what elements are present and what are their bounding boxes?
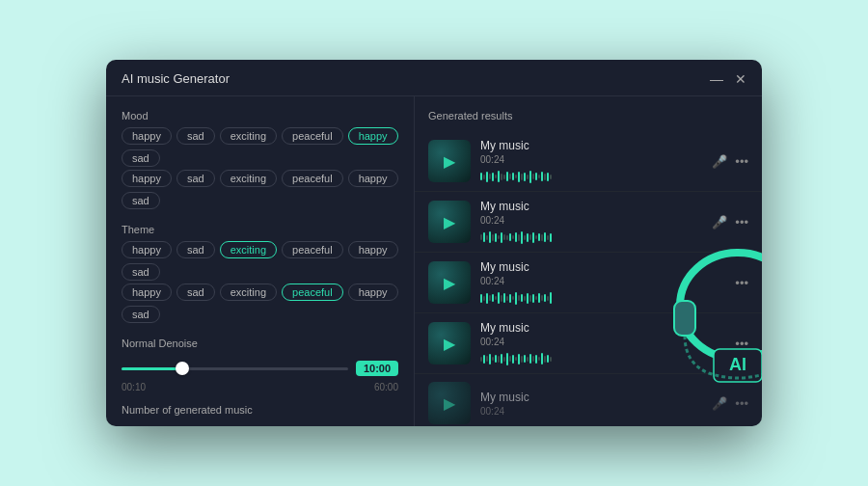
- title-bar: AI music Generator — ✕: [106, 60, 762, 96]
- denoise-min: 00:10: [122, 382, 146, 392]
- result-time-4: 00:24: [480, 337, 725, 347]
- theme-row-0: happy sad exciting peaceful happy sad: [122, 241, 398, 281]
- mood-tag-peaceful2[interactable]: peaceful: [282, 170, 343, 187]
- result-thumb-5[interactable]: ▶: [428, 382, 471, 424]
- denoise-range: 00:10 60:00: [122, 382, 398, 392]
- mood-tag-sad1[interactable]: sad: [176, 127, 215, 145]
- result-time-5: 00:24: [480, 406, 702, 417]
- thumb-bg-3: ▶: [428, 261, 471, 304]
- denoise-section: Normal Denoise 10:00 00:10 60:00: [122, 338, 398, 392]
- result-name-5: My music: [480, 391, 702, 404]
- denoise-label: Normal Denoise: [122, 338, 398, 349]
- result-actions-2: 🎤 •••: [712, 215, 748, 230]
- result-item-4: ▶ My music 00:24 •••: [415, 313, 762, 374]
- result-name-3: My music: [480, 260, 725, 274]
- denoise-slider[interactable]: [122, 359, 348, 378]
- mood-tag-exciting1[interactable]: exciting: [220, 127, 277, 145]
- mood-label: Mood: [122, 110, 398, 122]
- left-panel: Mood happy sad exciting peaceful happy s…: [106, 96, 415, 426]
- result-thumb-2[interactable]: ▶: [428, 201, 471, 243]
- dialog-title: AI music Generator: [122, 71, 230, 86]
- music-count-section: Number of generated music 10 1 50: [122, 404, 398, 426]
- theme-tag-exciting2[interactable]: exciting: [220, 284, 277, 301]
- waveform-1: [480, 170, 702, 183]
- result-time-1: 00:24: [480, 154, 702, 165]
- mood-section: Mood happy sad exciting peaceful happy s…: [122, 110, 398, 212]
- thumb-bg-4: ▶: [428, 322, 471, 364]
- result-name-2: My music: [480, 200, 702, 213]
- waveform-4: [480, 352, 725, 365]
- denoise-max: 60:00: [374, 382, 398, 392]
- theme-label: Theme: [122, 224, 398, 235]
- result-time-2: 00:24: [480, 215, 702, 226]
- mood-tag-sad3[interactable]: sad: [176, 170, 215, 187]
- play-icon-1: ▶: [444, 152, 455, 171]
- results-label: Generated results: [415, 110, 762, 131]
- waveform-2: [480, 230, 702, 244]
- theme-tag-exciting1[interactable]: exciting: [220, 241, 277, 258]
- mood-tag-happy1[interactable]: happy: [122, 127, 172, 145]
- more-icon-5[interactable]: •••: [735, 396, 748, 411]
- denoise-slider-row: 10:00: [122, 359, 398, 378]
- waveform-3: [480, 291, 725, 305]
- results-list: ▶ My music 00:24 🎤 •••: [415, 131, 762, 426]
- dialog-content: Mood happy sad exciting peaceful happy s…: [106, 96, 762, 426]
- result-actions-1: 🎤 •••: [712, 154, 748, 169]
- mood-tag-sad2[interactable]: sad: [122, 149, 160, 167]
- play-icon-2: ▶: [444, 213, 455, 231]
- mood-tag-happy3[interactable]: happy: [122, 170, 172, 187]
- microphone-icon-2[interactable]: 🎤: [712, 215, 727, 230]
- thumb-bg-5: ▶: [428, 382, 471, 424]
- result-thumb-3[interactable]: ▶: [428, 261, 471, 304]
- minimize-button[interactable]: —: [710, 72, 723, 86]
- result-info-2: My music 00:24: [480, 200, 702, 244]
- ai-music-dialog: AI music Generator — ✕ Mood happy sad ex…: [106, 60, 762, 426]
- mood-tag-happy2[interactable]: happy: [348, 127, 398, 145]
- theme-tag-happy3[interactable]: happy: [122, 284, 172, 301]
- result-item-2: ▶ My music 00:24 🎤 •••: [415, 192, 762, 253]
- microphone-icon-5[interactable]: 🎤: [712, 396, 727, 411]
- close-button[interactable]: ✕: [735, 72, 746, 86]
- microphone-icon-1[interactable]: 🎤: [712, 154, 727, 169]
- mood-tag-sad4[interactable]: sad: [122, 192, 160, 209]
- play-icon-4: ▶: [444, 335, 455, 353]
- denoise-fill: [122, 367, 182, 370]
- result-item-5: ▶ My music 00:24 🎤 •••: [415, 374, 762, 426]
- mood-row-0: happy sad exciting peaceful happy sad: [122, 127, 398, 167]
- more-icon-3[interactable]: •••: [735, 276, 748, 290]
- result-info-1: My music 00:24: [480, 139, 702, 183]
- theme-tag-sad1[interactable]: sad: [176, 241, 215, 258]
- music-count-label: Number of generated music: [122, 404, 398, 416]
- theme-tag-peaceful1[interactable]: peaceful: [282, 241, 343, 258]
- play-icon-5: ▶: [444, 394, 455, 413]
- result-actions-4: •••: [735, 337, 748, 351]
- denoise-track: [122, 367, 348, 370]
- more-icon-4[interactable]: •••: [735, 337, 748, 351]
- result-thumb-1[interactable]: ▶: [428, 140, 471, 182]
- denoise-thumb[interactable]: [176, 362, 189, 375]
- result-time-3: 00:24: [480, 276, 725, 286]
- thumb-bg-2: ▶: [428, 201, 471, 243]
- theme-tag-sad4[interactable]: sad: [122, 306, 160, 323]
- theme-tag-happy1[interactable]: happy: [122, 241, 172, 258]
- result-info-4: My music 00:24: [480, 321, 725, 365]
- theme-tag-happy2[interactable]: happy: [348, 241, 398, 258]
- more-icon-2[interactable]: •••: [735, 215, 748, 230]
- result-name-4: My music: [480, 321, 725, 335]
- more-icon-1[interactable]: •••: [735, 154, 748, 169]
- mood-tag-exciting2[interactable]: exciting: [220, 170, 277, 187]
- theme-row-1: happy sad exciting peaceful happy sad: [122, 284, 398, 323]
- theme-tag-happy4[interactable]: happy: [348, 284, 398, 301]
- play-icon-3: ▶: [444, 274, 455, 292]
- theme-tag-sad2[interactable]: sad: [122, 263, 160, 281]
- thumb-bg-1: ▶: [428, 140, 471, 182]
- result-info-5: My music 00:24: [480, 391, 702, 417]
- music-count-slider[interactable]: [122, 425, 348, 426]
- mood-tag-peaceful1[interactable]: peaceful: [282, 127, 343, 145]
- theme-tag-peaceful2[interactable]: peaceful: [282, 284, 343, 301]
- theme-tag-sad3[interactable]: sad: [176, 284, 215, 301]
- result-thumb-4[interactable]: ▶: [428, 322, 471, 364]
- mood-tag-happy4[interactable]: happy: [348, 170, 398, 187]
- mood-row-1: happy sad exciting peaceful happy sad: [122, 170, 398, 209]
- window-controls: — ✕: [710, 72, 746, 86]
